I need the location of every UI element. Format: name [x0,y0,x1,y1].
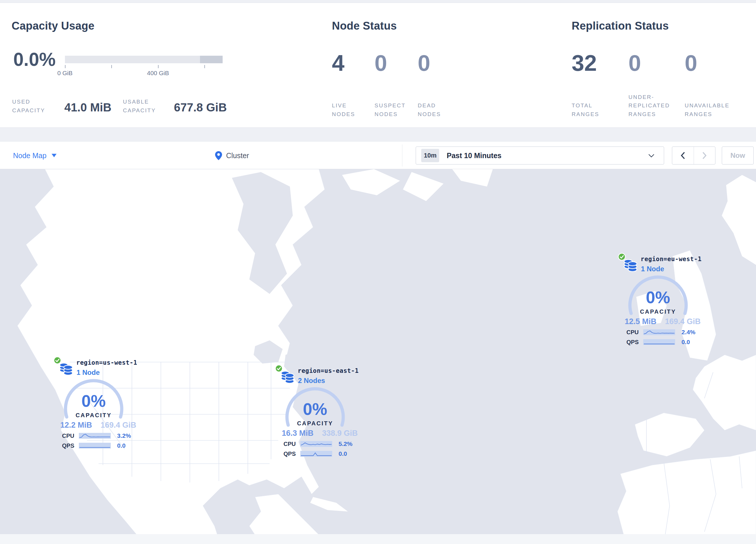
breadcrumb[interactable]: Cluster [215,141,249,169]
region-node-count: 1 Node [641,265,664,273]
time-range-selector[interactable]: 10m Past 10 Minutes [416,146,664,164]
region-marker-eu-west-1[interactable]: region=eu-west-1 1 Node 0% CAPACITY 12.5… [617,253,704,354]
chevron-left-icon [681,152,685,159]
gauge-percent: 0% [62,391,126,411]
breadcrumb-label: Cluster [226,151,249,160]
capacity-axis-label-0: 0 GiB [48,70,82,77]
unavailable-ranges-value: 0 [685,52,697,74]
time-range-label: Past 10 Minutes [447,151,501,160]
cpu-label: CPU [626,329,643,336]
total-ranges-label: TOTAL RANGES [572,81,615,118]
under-replicated-ranges-value: 0 [628,52,641,74]
region-used-capacity: 12.5 MiB [625,317,657,326]
gauge-capacity-label: CAPACITY [283,420,347,427]
capacity-bar-dark-segment [200,56,223,63]
region-name: region=us-east-1 [298,367,359,374]
qps-value: 0.0 [339,450,347,457]
toolbar-divider [402,144,402,166]
capacity-axis-tick [204,65,205,68]
gauge-percent: 0% [283,399,347,419]
capacity-axis-tick [65,65,66,68]
region-total-capacity: 338.9 GiB [322,429,358,438]
gauge-capacity-label: CAPACITY [626,309,690,315]
capacity-gauge: 0% CAPACITY [626,275,690,318]
database-stack-icon [59,362,73,376]
cpu-label: CPU [283,441,300,447]
location-pin-icon [215,151,222,160]
region-node-count: 2 Nodes [298,377,325,385]
suspect-nodes-value: 0 [375,52,387,74]
capacity-usage-title: Capacity Usage [12,20,95,32]
capacity-axis-label-400: 400 GiB [141,70,175,77]
region-name: region=us-west-1 [76,359,137,366]
chevron-down-icon [648,154,655,158]
qps-sparkline [79,443,111,449]
time-history-controls [672,146,715,164]
cpu-label: CPU [62,433,79,439]
time-back-button[interactable] [672,147,694,164]
time-forward-button[interactable] [694,147,715,164]
live-nodes-value: 4 [332,52,344,74]
cpu-value: 5.2% [339,440,352,447]
cpu-value: 3.2% [117,432,131,439]
total-ranges-value: 32 [572,52,597,74]
time-range-badge: 10m [421,149,439,162]
qps-label: QPS [283,451,300,457]
region-total-capacity: 169.4 GiB [101,421,136,430]
region-total-capacity: 169.4 GiB [665,317,701,326]
qps-sparkline [643,339,675,345]
qps-value: 0.0 [682,339,690,346]
qps-sparkline [300,451,332,457]
dead-nodes-stat: 0 DEAD NODES [418,3,455,127]
region-marker-us-east-1[interactable]: region=us-east-1 2 Nodes 0% CAPACITY 16.… [274,365,361,466]
cpu-sparkline [300,441,332,447]
dead-nodes-value: 0 [418,52,430,74]
cluster-summary-bar: Capacity Usage 0.0% 0 GiB 400 GiB USED C… [0,3,756,128]
qps-label: QPS [626,339,643,346]
map-toolbar: Node Map Cluster 10m Past 10 Minutes N [0,141,756,169]
capacity-gauge: 0% CAPACITY [62,378,126,422]
region-marker-us-west-1[interactable]: region=us-west-1 1 Node 0% CAPACITY 12.2… [52,356,139,458]
live-nodes-label: LIVE NODES [332,81,368,118]
region-used-capacity: 16.3 MiB [282,429,314,438]
suspect-nodes-label: SUSPECT NODES [375,81,412,118]
database-stack-icon [281,370,295,384]
gauge-capacity-label: CAPACITY [62,412,126,419]
qps-value: 0.0 [117,442,126,449]
live-nodes-stat: 4 LIVE NODES [332,3,368,127]
view-selector-dropdown[interactable]: Node Map [13,141,57,169]
cpu-sparkline [79,433,111,439]
dead-nodes-label: DEAD NODES [418,81,455,118]
region-name: region=eu-west-1 [641,255,702,262]
suspect-nodes-stat: 0 SUSPECT NODES [375,3,412,127]
view-selector-label: Node Map [13,151,46,160]
now-button[interactable]: Now [722,146,754,164]
unavailable-ranges-label: UNAVAILABLE RANGES [685,81,738,118]
chevron-down-icon [52,154,57,157]
database-stack-icon [624,258,637,273]
unavailable-ranges-stat: 0 UNAVAILABLE RANGES [685,3,738,127]
capacity-gauge: 0% CAPACITY [283,387,347,430]
under-replicated-ranges-label: UNDER-REPLICATED RANGES [628,81,680,118]
chevron-right-icon [702,152,707,159]
qps-label: QPS [62,443,79,449]
total-ranges-stat: 32 TOTAL RANGES [572,3,615,127]
cpu-sparkline [643,329,675,335]
region-node-count: 1 Node [77,369,100,377]
capacity-axis-tick [111,65,112,68]
capacity-usage-percent: 0.0% [13,49,56,70]
node-map[interactable]: region=us-west-1 1 Node 0% CAPACITY 12.2… [0,169,756,544]
cpu-value: 2.4% [682,329,695,336]
usable-capacity-label: USABLE CAPACITY [123,97,161,115]
gauge-percent: 0% [626,288,690,307]
region-used-capacity: 12.2 MiB [60,421,92,430]
under-replicated-ranges-stat: 0 UNDER-REPLICATED RANGES [628,3,680,127]
used-capacity-label: USED CAPACITY [12,97,50,115]
used-capacity-value: 41.0 MiB [64,101,111,114]
usable-capacity-value: 677.8 GiB [174,101,227,114]
capacity-axis-tick [158,65,159,68]
capacity-usage-bar [65,56,223,63]
